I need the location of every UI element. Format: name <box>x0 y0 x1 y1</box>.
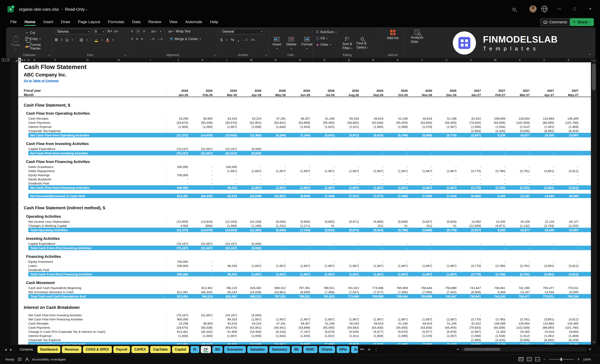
row-label[interactable]: Financing Activities <box>18 254 166 259</box>
cell-value[interactable]: (18,049) <box>239 290 264 294</box>
cell-value[interactable]: (51) <box>361 224 386 228</box>
cell-value[interactable]: 2026 <box>239 88 264 93</box>
cell-value[interactable]: 2027 <box>483 88 507 93</box>
cell-value[interactable]: (45,342) <box>190 329 215 334</box>
cell-value[interactable]: 43,418 <box>215 321 239 325</box>
cell-value[interactable]: (54,692) <box>337 325 361 329</box>
cell-value[interactable]: - <box>166 177 190 181</box>
column-header-Q[interactable]: Q <box>337 58 361 62</box>
cell-value[interactable]: (5,831) <box>312 228 337 232</box>
row-label[interactable]: Interest Expense <box>18 125 166 129</box>
cell-value[interactable]: (7,555) <box>410 290 434 294</box>
cell-value[interactable]: 743,447 <box>459 286 483 290</box>
clear-button[interactable]: ◆ Clear▾ <box>315 42 338 47</box>
cell-value[interactable]: - <box>556 151 581 155</box>
cell-value[interactable]: 47,291 <box>264 116 288 120</box>
cell-value[interactable]: 14,100 <box>483 219 507 224</box>
cell-value[interactable]: (1,667) <box>386 272 410 276</box>
cell-value[interactable]: (10,961) <box>264 194 288 198</box>
cell-value[interactable]: 23,016 <box>532 329 556 334</box>
cell-value[interactable]: (2,837) <box>459 228 483 232</box>
cell-value[interactable]: (5,876) <box>386 329 410 334</box>
cell-value[interactable]: (1,667) <box>288 185 312 190</box>
cell-value[interactable]: 773,486 <box>337 294 361 299</box>
cell-value[interactable]: (53,930) <box>410 120 434 125</box>
row-label[interactable]: Debts Drawdowns <box>18 165 166 169</box>
cell-value[interactable]: Dec-26 <box>434 93 459 97</box>
row-label[interactable]: Change in Cash (Pre-Corporate Tax & Inte… <box>18 329 166 334</box>
cell-value[interactable]: - <box>166 338 190 342</box>
hscroll-left-icon[interactable]: ◀ <box>457 347 459 351</box>
page-break-view-icon[interactable] <box>535 357 540 361</box>
cell-value[interactable]: (8,830) <box>288 290 312 294</box>
cell-value[interactable]: (8,329) <box>556 129 581 133</box>
cell-value[interactable]: - <box>410 177 434 181</box>
cell-value[interactable]: (3,780) <box>483 264 507 268</box>
cell-value[interactable]: 2027 <box>532 88 556 93</box>
column-header-A[interactable]: A <box>18 58 21 62</box>
cell-value[interactable]: - <box>459 147 483 151</box>
cell-value[interactable]: (7,465) <box>386 290 410 294</box>
cell-value[interactable]: (1,644) <box>264 125 288 129</box>
cell-value[interactable]: (12,343) <box>215 219 239 224</box>
cell-value[interactable]: 808,312 <box>264 286 288 290</box>
cell-value[interactable]: - <box>556 181 581 185</box>
cell-value[interactable]: (11,372) <box>166 133 190 137</box>
cell-value[interactable]: - <box>288 268 312 272</box>
cell-value[interactable]: - <box>532 173 556 177</box>
cell-value[interactable]: - <box>264 147 288 151</box>
row-label[interactable]: Cash Flow from Investing Activities <box>18 141 166 147</box>
cell-value[interactable]: (51) <box>410 224 434 228</box>
cell-value[interactable]: - <box>337 151 361 155</box>
cell-value[interactable]: - <box>288 338 312 342</box>
cell-value[interactable]: (3,812) <box>556 272 581 276</box>
cell-value[interactable]: - <box>312 242 337 246</box>
cell-value[interactable]: (10,961) <box>264 342 288 345</box>
cell-value[interactable]: - <box>483 151 507 155</box>
cell-value[interactable]: 135,485 <box>556 116 581 120</box>
cell-value[interactable]: - <box>556 177 581 181</box>
cell-value[interactable]: 19,298 <box>166 321 190 325</box>
column-header-U[interactable]: U <box>434 58 459 62</box>
cell-value[interactable]: 755,477 <box>507 294 532 299</box>
sheet-tab-kpis[interactable]: KPIs <box>337 346 350 353</box>
cell-value[interactable]: - <box>386 173 410 177</box>
cell-value[interactable]: (55,455) <box>386 325 410 329</box>
cell-value[interactable]: - <box>337 181 361 185</box>
row-label[interactable]: Cash Movement <box>18 280 166 286</box>
cell-value[interactable]: (5,893) <box>288 219 312 224</box>
underline-chevron-icon[interactable]: ▾ <box>72 39 73 41</box>
cell-value[interactable]: - <box>410 338 434 342</box>
fill-color-icon[interactable]: ▱ <box>94 38 98 42</box>
row-label[interactable]: Total Cash and Cash Equivalents End- <box>18 294 166 299</box>
addins-button[interactable]: Add-ins <box>382 29 403 41</box>
cell-value[interactable]: 750,889 <box>434 286 459 290</box>
cell-value[interactable]: (1,611) <box>337 125 361 129</box>
cell-value[interactable]: - <box>337 338 361 342</box>
cell-value[interactable]: - <box>264 246 288 250</box>
share-button[interactable]: ⇱ Share ▾ <box>570 18 594 26</box>
cell-value[interactable]: (7,197) <box>288 329 312 334</box>
cell-value[interactable]: 26,127 <box>556 219 581 224</box>
cell-value[interactable]: (15,955) <box>166 219 190 224</box>
cell-value[interactable]: - <box>386 147 410 151</box>
cell-value[interactable]: (31,667) <box>190 313 215 317</box>
cell-value[interactable]: - <box>337 177 361 181</box>
cell-value[interactable]: 51,246 <box>386 321 410 325</box>
cell-value[interactable]: - <box>288 313 312 317</box>
browser-profile-icon[interactable] <box>541 6 547 12</box>
cell-value[interactable]: 765,909 <box>361 294 386 299</box>
cell-value[interactable]: - <box>190 169 215 173</box>
cell-value[interactable]: (93,006) <box>483 120 507 125</box>
row-label[interactable]: ABC Company Inc. <box>18 72 166 78</box>
cell-value[interactable]: (1,656) <box>239 334 264 338</box>
cell-value[interactable]: - <box>556 246 581 250</box>
align-left-icon[interactable]: ≡ <box>131 37 133 41</box>
cell-value[interactable]: (5,876) <box>434 329 459 334</box>
cell-value[interactable]: (101,780) <box>556 325 581 329</box>
cell-value[interactable]: (24,167) <box>215 151 239 155</box>
cell-value[interactable]: (3,812) <box>556 264 581 268</box>
cell-value[interactable]: - <box>410 181 434 185</box>
column-header-F[interactable]: F <box>38 58 73 62</box>
cell-value[interactable]: - <box>410 246 434 250</box>
